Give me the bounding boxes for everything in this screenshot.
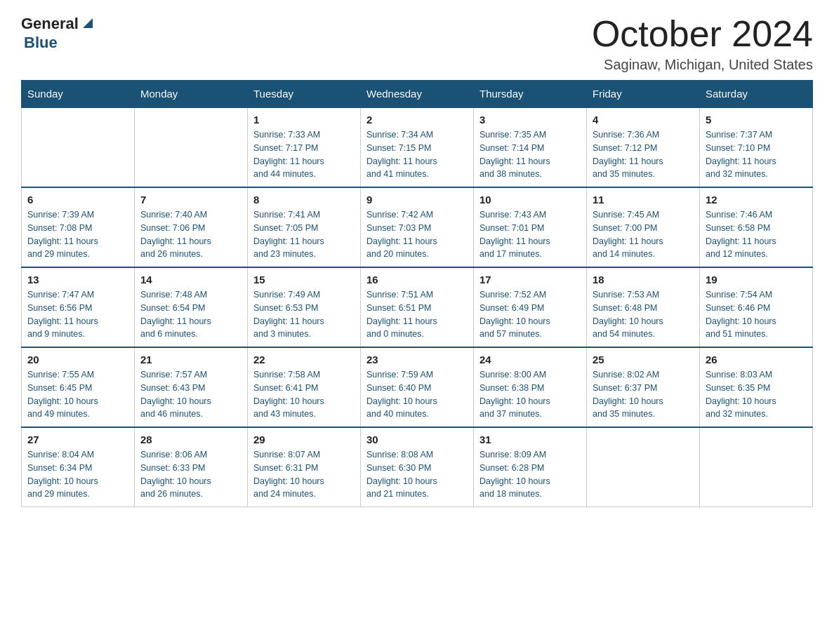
calendar-cell: 27Sunrise: 8:04 AMSunset: 6:34 PMDayligh…	[22, 427, 135, 507]
calendar-cell: 14Sunrise: 7:48 AMSunset: 6:54 PMDayligh…	[135, 267, 248, 347]
day-number: 6	[27, 194, 128, 206]
day-info: Sunrise: 7:51 AMSunset: 6:51 PMDaylight:…	[366, 288, 468, 341]
day-info: Sunrise: 7:57 AMSunset: 6:43 PMDaylight:…	[140, 368, 241, 421]
day-number: 15	[253, 274, 355, 286]
location-text: Saginaw, Michigan, United States	[592, 57, 813, 73]
day-number: 1	[253, 114, 355, 126]
day-number: 22	[253, 354, 355, 365]
calendar-cell: 18Sunrise: 7:53 AMSunset: 6:48 PMDayligh…	[587, 267, 700, 347]
day-number: 2	[366, 114, 468, 126]
day-info: Sunrise: 7:47 AMSunset: 6:56 PMDaylight:…	[27, 288, 128, 341]
day-info: Sunrise: 8:03 AMSunset: 6:35 PMDaylight:…	[706, 368, 807, 421]
day-number: 5	[706, 114, 807, 126]
calendar-week-5: 27Sunrise: 8:04 AMSunset: 6:34 PMDayligh…	[22, 427, 813, 507]
day-number: 11	[593, 194, 694, 206]
day-info: Sunrise: 8:00 AMSunset: 6:38 PMDaylight:…	[479, 368, 581, 421]
calendar-cell: 6Sunrise: 7:39 AMSunset: 7:08 PMDaylight…	[22, 187, 135, 267]
calendar-cell: 1Sunrise: 7:33 AMSunset: 7:17 PMDaylight…	[248, 107, 361, 187]
calendar-week-2: 6Sunrise: 7:39 AMSunset: 7:08 PMDaylight…	[22, 187, 813, 267]
day-number: 24	[479, 354, 581, 365]
day-info: Sunrise: 7:37 AMSunset: 7:10 PMDaylight:…	[706, 128, 807, 181]
day-info: Sunrise: 8:02 AMSunset: 6:37 PMDaylight:…	[593, 368, 694, 421]
day-number: 17	[479, 274, 581, 286]
calendar-cell	[587, 427, 700, 507]
calendar-cell: 22Sunrise: 7:58 AMSunset: 6:41 PMDayligh…	[248, 347, 361, 427]
calendar-cell: 11Sunrise: 7:45 AMSunset: 7:00 PMDayligh…	[587, 187, 700, 267]
calendar-week-4: 20Sunrise: 7:55 AMSunset: 6:45 PMDayligh…	[22, 347, 813, 427]
day-number: 9	[366, 194, 468, 206]
day-info: Sunrise: 8:09 AMSunset: 6:28 PMDaylight:…	[479, 448, 581, 501]
day-info: Sunrise: 7:36 AMSunset: 7:12 PMDaylight:…	[593, 128, 694, 181]
day-number: 12	[706, 194, 807, 206]
day-number: 3	[479, 114, 581, 126]
calendar-cell: 4Sunrise: 7:36 AMSunset: 7:12 PMDaylight…	[587, 107, 700, 187]
calendar-cell: 26Sunrise: 8:03 AMSunset: 6:35 PMDayligh…	[700, 347, 813, 427]
day-number: 14	[140, 274, 241, 286]
day-number: 20	[27, 354, 128, 365]
day-info: Sunrise: 7:35 AMSunset: 7:14 PMDaylight:…	[479, 128, 581, 181]
svg-marker-0	[83, 18, 93, 28]
calendar-weekday-saturday: Saturday	[700, 81, 813, 108]
calendar-cell: 28Sunrise: 8:06 AMSunset: 6:33 PMDayligh…	[135, 427, 248, 507]
day-info: Sunrise: 7:55 AMSunset: 6:45 PMDaylight:…	[27, 368, 128, 421]
day-info: Sunrise: 8:06 AMSunset: 6:33 PMDaylight:…	[140, 448, 241, 501]
logo-general-text: General	[21, 15, 79, 33]
calendar-cell: 13Sunrise: 7:47 AMSunset: 6:56 PMDayligh…	[22, 267, 135, 347]
calendar-cell: 31Sunrise: 8:09 AMSunset: 6:28 PMDayligh…	[474, 427, 587, 507]
logo-triangle-icon	[80, 15, 95, 31]
title-area: October 2024 Saginaw, Michigan, United S…	[592, 14, 813, 73]
calendar-weekday-tuesday: Tuesday	[248, 81, 361, 108]
day-info: Sunrise: 8:08 AMSunset: 6:30 PMDaylight:…	[366, 448, 468, 501]
month-title: October 2024	[592, 14, 813, 54]
calendar-cell: 9Sunrise: 7:42 AMSunset: 7:03 PMDaylight…	[361, 187, 474, 267]
calendar-cell	[135, 107, 248, 187]
day-number: 18	[593, 274, 694, 286]
day-number: 29	[253, 434, 355, 445]
day-number: 8	[253, 194, 355, 206]
day-number: 10	[479, 194, 581, 206]
calendar-body: 1Sunrise: 7:33 AMSunset: 7:17 PMDaylight…	[22, 107, 813, 507]
day-info: Sunrise: 7:34 AMSunset: 7:15 PMDaylight:…	[366, 128, 468, 181]
calendar-cell: 5Sunrise: 7:37 AMSunset: 7:10 PMDaylight…	[700, 107, 813, 187]
calendar-cell: 16Sunrise: 7:51 AMSunset: 6:51 PMDayligh…	[361, 267, 474, 347]
calendar-cell: 30Sunrise: 8:08 AMSunset: 6:30 PMDayligh…	[361, 427, 474, 507]
day-number: 28	[140, 434, 241, 445]
calendar-weekday-sunday: Sunday	[22, 81, 135, 108]
day-info: Sunrise: 7:33 AMSunset: 7:17 PMDaylight:…	[253, 128, 355, 181]
day-number: 7	[140, 194, 241, 206]
page-header: General Blue October 2024 Saginaw, Michi…	[21, 14, 813, 73]
calendar-cell: 23Sunrise: 7:59 AMSunset: 6:40 PMDayligh…	[361, 347, 474, 427]
calendar-cell: 24Sunrise: 8:00 AMSunset: 6:38 PMDayligh…	[474, 347, 587, 427]
day-info: Sunrise: 8:07 AMSunset: 6:31 PMDaylight:…	[253, 448, 355, 501]
calendar-week-3: 13Sunrise: 7:47 AMSunset: 6:56 PMDayligh…	[22, 267, 813, 347]
day-info: Sunrise: 7:46 AMSunset: 6:58 PMDaylight:…	[706, 208, 807, 261]
day-number: 30	[366, 434, 468, 445]
day-info: Sunrise: 7:58 AMSunset: 6:41 PMDaylight:…	[253, 368, 355, 421]
calendar-cell: 19Sunrise: 7:54 AMSunset: 6:46 PMDayligh…	[700, 267, 813, 347]
day-number: 31	[479, 434, 581, 445]
day-number: 25	[593, 354, 694, 365]
day-info: Sunrise: 7:40 AMSunset: 7:06 PMDaylight:…	[140, 208, 241, 261]
day-number: 26	[706, 354, 807, 365]
calendar-cell: 25Sunrise: 8:02 AMSunset: 6:37 PMDayligh…	[587, 347, 700, 427]
day-number: 27	[27, 434, 128, 445]
day-info: Sunrise: 7:39 AMSunset: 7:08 PMDaylight:…	[27, 208, 128, 261]
calendar-cell: 20Sunrise: 7:55 AMSunset: 6:45 PMDayligh…	[22, 347, 135, 427]
day-number: 23	[366, 354, 468, 365]
calendar-cell: 7Sunrise: 7:40 AMSunset: 7:06 PMDaylight…	[135, 187, 248, 267]
calendar-week-1: 1Sunrise: 7:33 AMSunset: 7:17 PMDaylight…	[22, 107, 813, 187]
day-info: Sunrise: 7:53 AMSunset: 6:48 PMDaylight:…	[593, 288, 694, 341]
calendar-cell: 29Sunrise: 8:07 AMSunset: 6:31 PMDayligh…	[248, 427, 361, 507]
calendar-cell: 17Sunrise: 7:52 AMSunset: 6:49 PMDayligh…	[474, 267, 587, 347]
logo: General Blue	[21, 14, 95, 52]
day-number: 19	[706, 274, 807, 286]
day-info: Sunrise: 7:41 AMSunset: 7:05 PMDaylight:…	[253, 208, 355, 261]
calendar-cell: 3Sunrise: 7:35 AMSunset: 7:14 PMDaylight…	[474, 107, 587, 187]
calendar-weekday-friday: Friday	[587, 81, 700, 108]
calendar-table: SundayMondayTuesdayWednesdayThursdayFrid…	[21, 80, 813, 507]
calendar-weekday-thursday: Thursday	[474, 81, 587, 108]
day-info: Sunrise: 7:59 AMSunset: 6:40 PMDaylight:…	[366, 368, 468, 421]
day-info: Sunrise: 7:45 AMSunset: 7:00 PMDaylight:…	[593, 208, 694, 261]
calendar-weekday-wednesday: Wednesday	[361, 81, 474, 108]
calendar-cell: 21Sunrise: 7:57 AMSunset: 6:43 PMDayligh…	[135, 347, 248, 427]
